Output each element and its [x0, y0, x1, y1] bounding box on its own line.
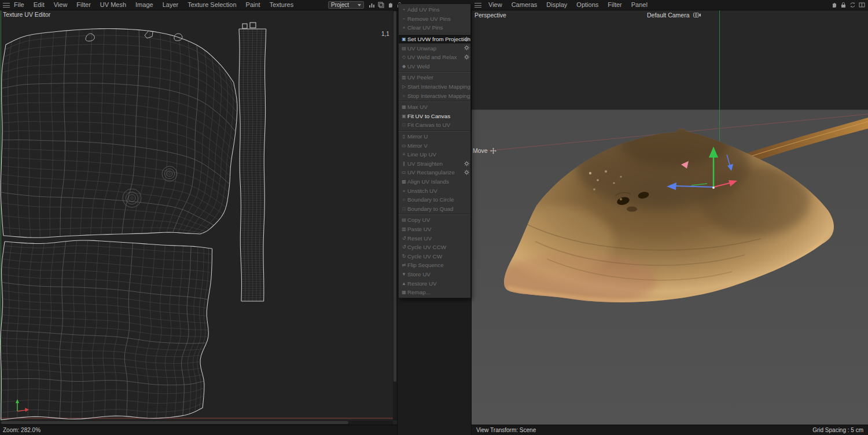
uv-wireframe-canvas[interactable] [0, 10, 397, 425]
menu-item-label: UV Weld [407, 63, 429, 70]
menu-image[interactable]: Image [131, 0, 158, 10]
camera-name: Default Camera [647, 12, 690, 19]
viewport-menu-cameras[interactable]: Cameras [507, 0, 542, 10]
gear-icon[interactable] [464, 161, 469, 167]
uv-menu-item-stop-interactive-mapping[interactable]: ○Stop Interactive Mapping [399, 91, 470, 100]
menu-paint[interactable]: Paint [241, 0, 265, 10]
menu-texture-selection[interactable]: Texture Selection [183, 0, 241, 10]
menu-item-label: Stop Interactive Mapping [407, 93, 470, 99]
tool-name: Move [473, 147, 488, 154]
uv-menu-item-start-interactive-mapping[interactable]: ▷Start Interactive Mapping [399, 82, 470, 92]
viewport-toolbar-icons [831, 2, 865, 8]
pan-hand-icon[interactable] [831, 2, 837, 8]
grid-spacing-status: Grid Spacing : 5 cm [812, 425, 863, 435]
menu-view[interactable]: View [49, 0, 72, 10]
uv-menu-item-uv-weld[interactable]: ◆UV Weld [399, 62, 470, 71]
sync-icon[interactable] [849, 2, 856, 8]
gear-icon[interactable] [464, 45, 469, 52]
menu-file[interactable]: File [9, 0, 29, 10]
uv-menu-item-flip-sequence[interactable]: ⇄Flip Sequence [399, 261, 470, 270]
gear-icon[interactable] [464, 54, 469, 61]
mirror-v-icon: ▭ [400, 143, 407, 148]
gear-icon[interactable] [464, 170, 469, 176]
viewport-status-bar: View Transform: Scene Grid Spacing : 5 c… [472, 425, 868, 435]
lock-icon[interactable] [840, 2, 847, 8]
stingray-model[interactable] [495, 118, 868, 309]
menu-item-label: Add UV Pins [407, 6, 440, 13]
camera-icon[interactable] [693, 12, 701, 18]
remap-icon: ▦ [400, 290, 407, 295]
menu-item-label: UV Peeler [407, 74, 433, 81]
menu-item-label: Mirror V [407, 142, 428, 149]
uv-menu-item-set-uvw-from-projection[interactable]: ▣Set UVW from Projection [399, 35, 470, 44]
histogram-icon[interactable] [369, 2, 375, 8]
uv-menu-item-uv-peeler[interactable]: ▥UV Peeler [399, 73, 470, 82]
viewport-menu-options[interactable]: Options [572, 0, 603, 10]
boundary-to-quad-icon: □ [400, 206, 407, 211]
active-tool-label: Move [473, 147, 496, 154]
uv-menu-item-restore-uv[interactable]: ▲Restore UV [399, 279, 470, 288]
hamburger-icon[interactable] [475, 3, 481, 8]
remove-uv-pins-icon: − [400, 16, 407, 21]
uv-menu-item-cycle-uv-ccw[interactable]: ↺Cycle UV CCW [399, 243, 470, 252]
uv-menu-item-add-uv-pins[interactable]: +Add UV Pins [399, 5, 470, 14]
menu-item-label: Align UV Islands [407, 178, 449, 185]
project-selector[interactable]: Project [328, 1, 364, 9]
uv-weld-icon: ◆ [400, 64, 407, 69]
camera-selector[interactable]: Default Camera [647, 12, 701, 19]
viewport-menu-display[interactable]: Display [542, 0, 572, 10]
move-cross-icon [490, 148, 496, 154]
split-view-icon[interactable] [859, 2, 865, 8]
uv-menu-item-copy-uv[interactable]: ▤Copy UV [399, 215, 470, 225]
viewport-menu-panel[interactable]: Panel [627, 0, 652, 10]
uv-menu-item-remove-uv-pins[interactable]: −Remove UV Pins [399, 14, 470, 24]
fit-canvas-to-uv-icon: □ [400, 122, 407, 127]
menu-filter[interactable]: Filter [72, 0, 95, 10]
menu-textures[interactable]: Textures [265, 0, 299, 10]
menu-uv-mesh[interactable]: UV Mesh [95, 0, 131, 10]
uv-menu-item-boundary-to-circle[interactable]: ○Boundary to Circle [399, 195, 470, 204]
uv-menu-item-remap[interactable]: ▦Remap... [399, 288, 470, 297]
viewport-menu-filter[interactable]: Filter [603, 0, 626, 10]
uv-menu-item-uv-unwrap[interactable]: ▤UV Unwrap [399, 43, 470, 53]
uv-menu-item-reset-uv[interactable]: ↺Reset UV [399, 233, 470, 243]
menu-edit[interactable]: Edit [29, 0, 49, 10]
uv-menu-item-uv-straighten[interactable]: ∥UV Straighten [399, 159, 470, 169]
uv-menu-item-line-up-uv[interactable]: ≡Line Up UV [399, 150, 470, 159]
pan-hand-icon[interactable] [387, 2, 393, 8]
menu-layer[interactable]: Layer [158, 0, 183, 10]
uv-menu-item-paste-uv[interactable]: ▥Paste UV [399, 225, 470, 234]
uv-menu-item-cycle-uv-cw[interactable]: ↻Cycle UV CW [399, 251, 470, 261]
uv-menu-item-store-uv[interactable]: ▼Store UV [399, 270, 470, 279]
menu-item-label: Cycle UV CW [407, 253, 442, 259]
zoom-level: Zoom: 282.0% [3, 427, 41, 433]
uv-straighten-icon: ∥ [400, 161, 407, 166]
paste-uv-icon: ▥ [400, 226, 407, 232]
menu-item-label: Flip Sequence [407, 262, 444, 268]
gear-icon[interactable] [464, 36, 469, 43]
uv-menu-item-unstitch-uv[interactable]: ×Unstitch UV [399, 186, 470, 195]
menu-item-label: Max UV [407, 104, 428, 110]
viewport-menubar: ViewCamerasDisplayOptionsFilterPanel [484, 0, 652, 10]
uv-menu-item-mirror-u[interactable]: ▯Mirror U [399, 132, 470, 141]
viewport-menu-view[interactable]: View [484, 0, 507, 10]
uv-menu-item-max-uv[interactable]: ▦Max UV [399, 103, 470, 112]
uv-menu-item-clear-uv-pins[interactable]: ×Clear UV Pins [399, 23, 470, 32]
menu-item-label: Boundary to Quad [407, 206, 454, 212]
uv-menu-item-fit-uv-to-canvas[interactable]: ▣Fit UV to Canvas [399, 112, 470, 121]
menu-item-label: UV Rectangularize [407, 169, 455, 176]
viewport-3d-canvas[interactable] [472, 10, 868, 425]
menu-item-label: Start Interactive Mapping [407, 83, 470, 90]
layers-icon[interactable] [378, 2, 384, 8]
horizontal-scrollbar[interactable] [0, 421, 393, 425]
uv-menu-item-uv-weld-and-relax[interactable]: ◇UV Weld and Relax [399, 53, 470, 62]
vertical-scrollbar[interactable] [393, 10, 397, 421]
uv-menu-item-fit-canvas-to-uv[interactable]: □Fit Canvas to UV [399, 120, 470, 130]
uv-menu-item-mirror-v[interactable]: ▭Mirror V [399, 141, 470, 150]
uv-menu-item-align-uv-islands[interactable]: ▩Align UV Islands [399, 177, 470, 187]
uv-menu-item-boundary-to-quad[interactable]: □Boundary to Quad [399, 204, 470, 213]
add-uv-pins-icon: + [400, 7, 407, 12]
uv-context-menu: +Add UV Pins−Remove UV Pins×Clear UV Pin… [398, 3, 471, 298]
uv-menu-item-uv-rectangularize[interactable]: ▭UV Rectangularize [399, 168, 470, 177]
menu-item-label: Restore UV [407, 280, 437, 287]
